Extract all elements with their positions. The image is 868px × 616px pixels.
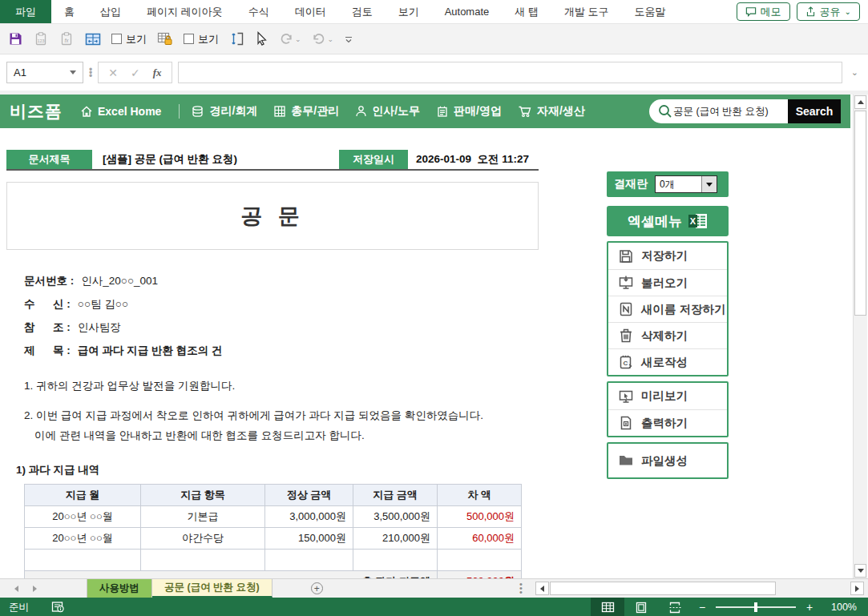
tab-file[interactable]: 파일 — [0, 0, 51, 23]
nav-accounting[interactable]: 경리/회계 — [191, 104, 257, 119]
tab-page-layout[interactable]: 페이지 레이아웃 — [134, 0, 236, 23]
tab-insert[interactable]: 삽입 — [87, 0, 134, 23]
tab-view[interactable]: 보기 — [386, 0, 432, 23]
delete-menu-item[interactable]: 삭제하기 — [608, 322, 727, 348]
toolbar-overflow-icon[interactable] — [344, 34, 353, 44]
page-layout-icon — [635, 602, 648, 614]
status-bar: 준비 − + 100% — [0, 598, 868, 616]
comments-button[interactable]: 메모 — [737, 2, 790, 21]
undo-dropdown-icon[interactable]: ⌄ — [328, 35, 334, 43]
horizontal-scroll-thumb[interactable] — [550, 582, 776, 595]
scroll-up-icon[interactable] — [854, 95, 866, 109]
document-heading-box: 공 문 — [6, 182, 539, 250]
chevron-down-icon: ⌄ — [845, 7, 851, 16]
tab-data[interactable]: 데이터 — [282, 0, 339, 23]
home-icon — [80, 105, 93, 118]
vertical-scrollbar[interactable] — [853, 95, 867, 578]
col-pay-item: 지급 항목 — [141, 485, 265, 506]
search-area: Search — [649, 99, 841, 123]
prev-sheet-icon[interactable] — [14, 586, 18, 592]
person-icon — [355, 105, 367, 118]
sheet-tab-document[interactable]: 공문 (급여 반환 요청) — [152, 579, 273, 598]
undo-icon[interactable] — [312, 33, 326, 46]
enter-icon[interactable]: ✓ — [131, 66, 140, 79]
name-box-dropdown-icon[interactable] — [70, 70, 76, 74]
excel-menu-group-file-create: 파일생성 — [607, 442, 729, 479]
scroll-left-icon[interactable] — [535, 582, 549, 595]
tab-home[interactable]: 홈 — [51, 0, 87, 23]
document-area: 문서제목 [샘플] 공문 (급여 반환 요청) 저장일시 2026-01-09 … — [6, 128, 539, 578]
search-icon — [657, 103, 673, 119]
formula-actions: ✕ ✓ fx — [98, 62, 172, 83]
nav-excel-home[interactable]: Excel Home — [80, 105, 161, 118]
tab-formulas[interactable]: 수식 — [236, 0, 282, 23]
view-checkbox-1[interactable] — [111, 34, 122, 44]
col-paid-amount: 지급 금액 — [353, 485, 438, 506]
nav-production[interactable]: 자재/생산 — [518, 104, 585, 119]
save-menu-item[interactable]: 저장하기 — [608, 243, 727, 269]
save-as-icon — [618, 301, 634, 317]
nav-hr[interactable]: 인사/노무 — [355, 104, 420, 119]
page-break-view-button[interactable] — [658, 598, 692, 616]
cursor-icon[interactable] — [255, 31, 268, 46]
save-icon — [618, 248, 634, 264]
add-sheet-button[interactable]: + — [311, 579, 323, 598]
accessibility-status-icon[interactable] — [51, 601, 66, 614]
redo-dropdown-icon[interactable]: ⌄ — [295, 35, 301, 43]
excel-menu-group-print: 미리보기 출력하기 — [607, 381, 729, 437]
save-icon[interactable] — [8, 31, 23, 46]
table-footer-row: 총 과다 지급액 560,000원 — [25, 571, 522, 579]
zoom-slider[interactable] — [716, 606, 796, 608]
cancel-icon[interactable]: ✕ — [108, 66, 118, 79]
vertical-scroll-thumb[interactable] — [854, 111, 866, 316]
dropdown-arrow-icon[interactable] — [701, 176, 717, 192]
load-menu-item[interactable]: 불러오기 — [608, 269, 727, 296]
formula-input[interactable] — [178, 62, 842, 83]
view-checkbox-2[interactable] — [184, 34, 194, 44]
preview-menu-item[interactable]: 미리보기 — [608, 383, 727, 409]
next-sheet-icon[interactable] — [33, 586, 37, 592]
plus-icon: + — [311, 582, 323, 594]
share-button[interactable]: 공유 ⌄ — [797, 2, 860, 21]
tab-help[interactable]: 도움말 — [622, 0, 679, 23]
save-as-menu-item[interactable]: 새이름 저장하기 — [608, 296, 727, 322]
column-width-icon[interactable] — [85, 32, 101, 46]
column-width-toggle — [85, 32, 101, 46]
tab-developer[interactable]: 개발 도구 — [551, 0, 622, 23]
redo-icon[interactable] — [279, 33, 293, 46]
zoom-slider-thumb[interactable] — [754, 602, 757, 612]
scroll-right-icon[interactable] — [850, 582, 864, 595]
tab-new-tab[interactable]: 새 탭 — [502, 0, 551, 23]
nav-admin[interactable]: 총무/관리 — [273, 104, 339, 119]
paste-formulas-icon[interactable]: fx — [59, 31, 75, 46]
zoom-in-button[interactable]: + — [799, 601, 820, 614]
svg-text:fx: fx — [64, 38, 69, 43]
tab-review[interactable]: 검토 — [339, 0, 386, 23]
row-height-icon[interactable] — [229, 31, 244, 46]
excel-menu-header: 엑셀메뉴 X — [607, 206, 729, 236]
search-input[interactable] — [673, 106, 776, 117]
normal-view-button[interactable] — [591, 598, 624, 616]
scroll-down-icon[interactable] — [854, 564, 866, 578]
nav-sales[interactable]: 판매/영업 — [436, 104, 502, 119]
search-button[interactable]: Search — [788, 99, 841, 123]
page-layout-view-button[interactable] — [624, 598, 658, 616]
approval-count-dropdown[interactable]: 0개 — [655, 175, 717, 193]
bizforms-logo[interactable]: 비즈폼 — [10, 100, 63, 123]
horizontal-scrollbar[interactable] — [535, 582, 864, 595]
insert-function-icon[interactable]: fx — [153, 66, 162, 79]
print-menu-item[interactable]: 출력하기 — [608, 409, 727, 436]
name-box[interactable]: A1 — [6, 62, 83, 83]
tab-automate[interactable]: Automate — [432, 0, 503, 23]
new-document-menu-item[interactable]: C 새로작성 — [608, 348, 727, 375]
formula-bar-expand-icon[interactable]: ⌄ — [848, 67, 862, 78]
protect-sheet-icon[interactable] — [157, 31, 173, 46]
ribbon-menu-bar: 파일 홈 삽입 페이지 레이아웃 수식 데이터 검토 보기 Automate 새… — [0, 0, 868, 24]
sheet-tab-usage[interactable]: 사용방법 — [87, 579, 152, 598]
paste-values-icon[interactable]: 123 — [34, 31, 49, 46]
statusbar-right: − + 100% — [591, 598, 868, 616]
zoom-out-button[interactable]: − — [692, 601, 713, 614]
file-create-menu-item[interactable]: 파일생성 — [608, 444, 727, 477]
paragraph-2-continued: 이에 관련 내역을 안내하고 반환에 대한 협조를 요청드리고자 합니다. — [24, 429, 539, 443]
zoom-level[interactable]: 100% — [820, 602, 857, 613]
